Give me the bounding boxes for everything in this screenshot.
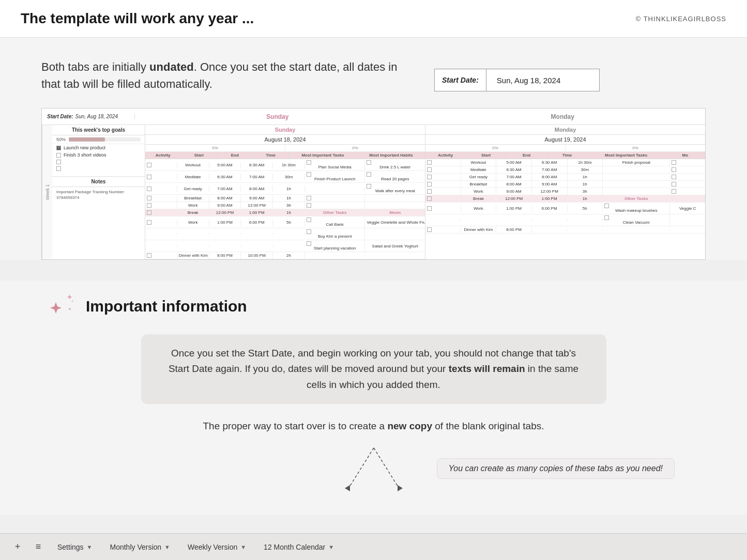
sunday-col-habits: Most Important Habits xyxy=(357,152,425,159)
monday-column: Monday August 19, 2024 0% 0% Activity St… xyxy=(425,125,705,259)
sunday-progress-row: 0% 0% xyxy=(145,145,425,152)
monday-col-headers: Activity Start End Time Most Important T… xyxy=(425,152,705,159)
sunday-column: Sunday August 18, 2024 0% 0% Activity St… xyxy=(145,125,425,259)
notes-header: Notes xyxy=(52,176,145,187)
info-callout-box: Once you set the Start Date, and begin w… xyxy=(141,334,606,404)
sunday-row-1: Workout 5:00 AM 6:30 AM 1h 30m Plan Soci… xyxy=(145,159,425,171)
svg-line-2 xyxy=(348,448,374,489)
info-body-text: The proper way to start over is to creat… xyxy=(41,418,706,434)
intro-section: Both tabs are initially undated. Once yo… xyxy=(41,58,706,92)
tab-bar: + ≡ Settings ▼ Monthly Version ▼ Weekly … xyxy=(0,533,747,560)
sunday-col-headers: Activity Start End Time Most Important T… xyxy=(145,152,425,159)
start-date-value: Sun, Aug 18, 2024 xyxy=(486,69,571,91)
tab-settings-label: Settings xyxy=(57,543,84,551)
svg-point-1 xyxy=(72,301,73,302)
sunday-row-7: Buy Kim a present xyxy=(145,228,425,240)
v-arrow-svg xyxy=(322,443,425,500)
goal-text-1: Launch new product xyxy=(64,145,105,150)
goal-checkbox-2 xyxy=(56,153,61,158)
sunday-col-start: Start xyxy=(181,152,218,159)
sunday-row-5: Work 9:00 AM 12:00 PM 3h xyxy=(145,202,425,209)
tab-monthly-chevron: ▼ xyxy=(164,544,170,550)
monday-row-4: Breakfast 8:00 AM 9:00 AM 1h xyxy=(425,181,705,188)
monday-row-6: Work 1:00 PM 6:00 PM 5h Wash makeup brus… xyxy=(425,203,705,214)
goals-progress: 50% xyxy=(52,135,145,144)
sunday-progress-2: 0% xyxy=(285,145,425,151)
monday-col-activity: Activity xyxy=(425,152,466,159)
notes-content: Important Package Tracking Number: 37846… xyxy=(52,187,145,203)
tab-12-month-calendar[interactable]: 12 Month Calendar ▼ xyxy=(256,539,342,555)
new-copy-bold: new copy xyxy=(387,421,432,431)
monday-row-8: Dinner with Kim 8:00 PM xyxy=(425,226,705,234)
goals-header: This week's top goals xyxy=(52,125,145,135)
monday-header: Monday xyxy=(425,125,705,135)
sunday-row-2: Meditate 6:30 AM 7:00 AM 30m Finish Prod… xyxy=(145,171,425,183)
sunday-col-tasks: Most Important Tasks xyxy=(289,152,357,159)
info-callout-text: Once you set the Start Date, and begin w… xyxy=(160,346,588,393)
tab-weekly-chevron: ▼ xyxy=(240,544,246,550)
monday-row-3: Get ready 7:00 AM 8:00 AM 1h xyxy=(425,174,705,181)
info-header: Important information xyxy=(41,291,706,322)
week-label: Week 1 xyxy=(42,125,52,259)
monday-progress-2: 0% xyxy=(566,145,705,151)
monday-date: August 19, 2024 xyxy=(425,135,705,145)
info-section: Important information Once you set the S… xyxy=(0,281,747,515)
monday-row-2: Meditate 6:30 AM 7:00 AM 30m xyxy=(425,166,705,174)
sunday-row-4: Breakfast 8:00 AM 9:00 AM 1h xyxy=(145,195,425,202)
monday-col-tasks: Most Important Tasks xyxy=(588,152,665,159)
monday-col-time: Time xyxy=(547,152,587,159)
undated-bold: undated xyxy=(149,60,194,73)
sunday-col-activity: Activity xyxy=(145,152,181,159)
goal-item-3 xyxy=(52,159,145,165)
sunday-row-6: Work 1:00 PM 6:00 PM 5h Call Bank Veggie… xyxy=(145,216,425,228)
monday-row-7: Clean Vacuum xyxy=(425,214,705,226)
monday-col-end: End xyxy=(507,152,547,159)
tab-weekly-version[interactable]: Weekly Version ▼ xyxy=(180,539,254,555)
sunday-section-headers: Break 12:00 PM 1:00 PM 1h Other Tasks Me… xyxy=(145,209,425,216)
tab-12month-chevron: ▼ xyxy=(328,544,334,550)
goal-checkbox-3 xyxy=(56,160,61,164)
sunday-date: August 18, 2024 xyxy=(145,135,425,145)
add-sheet-button[interactable]: + xyxy=(8,538,27,556)
arrow-area: You can create as many copies of these t… xyxy=(41,443,706,505)
texts-remain-bold: texts will remain xyxy=(449,363,525,374)
tab-12month-label: 12 Month Calendar xyxy=(264,543,325,551)
preview-start-date-label: Start Date: Sun, Aug 18, 2024 xyxy=(42,114,135,119)
sparkle-icon xyxy=(41,291,78,322)
sunday-header: Sunday xyxy=(145,125,425,135)
tab-weekly-label: Weekly Version xyxy=(188,543,237,551)
monday-section-headers: Break 12:00 PM 1:00 PM 1h Other Tasks xyxy=(425,195,705,203)
monday-progress-1: 0% xyxy=(425,145,566,151)
sunday-row-3: Get ready 7:00 AM 8:00 AM 1h Walk after … xyxy=(145,183,425,195)
goal-item-2: Finish 3 short videos xyxy=(52,151,145,159)
goal-checkbox-1: ✓ xyxy=(56,146,61,150)
menu-button[interactable]: ≡ xyxy=(29,538,48,556)
start-date-label: Start Date: xyxy=(435,76,486,84)
copy-callout-text: You can create as many copies of these t… xyxy=(449,464,663,473)
goal-checkbox-4 xyxy=(56,166,61,171)
goal-item-1: ✓ Launch new product xyxy=(52,144,145,151)
sunday-row-8: Start planning vacation Salad and Greek … xyxy=(145,240,425,252)
tab-monthly-version[interactable]: Monthly Version ▼ xyxy=(102,539,178,555)
info-title: Important information xyxy=(86,298,247,315)
svg-marker-4 xyxy=(345,485,350,491)
goals-notes-panel: This week's top goals 50% ✓ Launch new p… xyxy=(52,125,145,259)
page-header: The template will work any year ... © TH… xyxy=(0,0,747,38)
sunday-col-end: End xyxy=(217,152,253,159)
preview-header-day-sunday: Sunday xyxy=(135,113,420,120)
intro-text: Both tabs are initially undated. Once yo… xyxy=(41,58,403,92)
spreadsheet-preview: Start Date: Sun, Aug 18, 2024 Sunday Mon… xyxy=(41,108,706,260)
copy-callout: You can create as many copies of these t… xyxy=(437,458,675,479)
preview-header-row: Start Date: Sun, Aug 18, 2024 Sunday Mon… xyxy=(42,108,705,125)
sparkle-decoration xyxy=(41,291,78,322)
preview-header-day-monday: Monday xyxy=(420,113,706,120)
goal-item-4 xyxy=(52,165,145,172)
sunday-progress-1: 0% xyxy=(145,145,285,151)
tab-settings[interactable]: Settings ▼ xyxy=(50,539,100,555)
monday-progress-row: 0% 0% xyxy=(425,145,705,152)
svg-marker-5 xyxy=(398,485,403,491)
monday-row-5: Work 9:00 AM 12:00 PM 3h xyxy=(425,188,705,195)
row1-check xyxy=(147,163,151,167)
main-content: Both tabs are initially undated. Once yo… xyxy=(0,38,747,260)
monday-col-start: Start xyxy=(466,152,506,159)
